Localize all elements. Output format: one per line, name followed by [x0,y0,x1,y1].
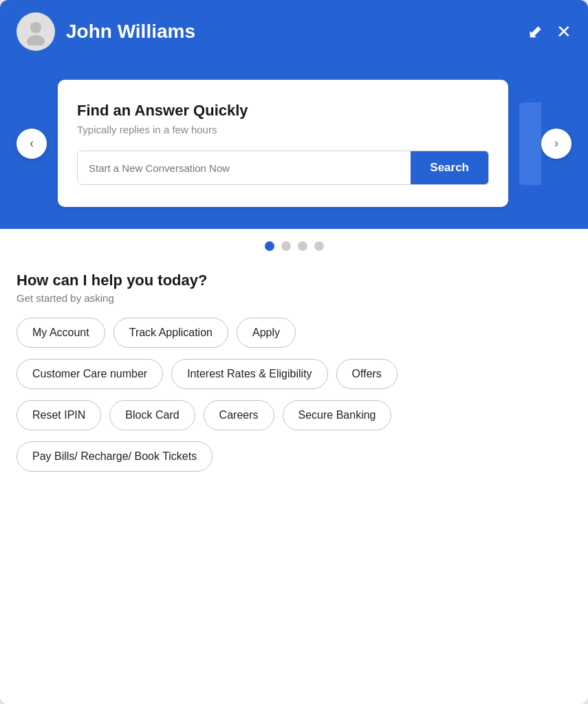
chip-apply[interactable]: Apply [237,318,296,348]
avatar [17,12,55,51]
chip-reset-ipin[interactable]: Reset IPIN [17,400,101,430]
dot-4[interactable] [314,241,324,251]
chip-offers[interactable]: Offers [336,359,398,389]
header-icons: ⬋ ✕ [527,23,571,41]
dot-2[interactable] [281,241,291,251]
help-section: How can I help you today? Get started by… [0,258,588,704]
card-title: Find an Answer Quickly [77,102,489,120]
chip-customer-care[interactable]: Customer Care number [17,359,163,389]
svg-point-1 [27,35,45,45]
chip-secure-banking[interactable]: Secure Banking [283,400,392,430]
help-title: How can I help you today? [17,272,571,289]
search-row: Search [77,151,489,185]
chips-row-3: Reset IPIN Block Card Careers Secure Ban… [17,400,571,430]
dots-row [0,229,588,258]
chevron-right-icon: › [554,136,558,151]
dot-3[interactable] [298,241,307,251]
banner-area: ‹ Find an Answer Quickly Typically repli… [0,63,588,229]
chevron-left-icon: ‹ [30,136,34,151]
dot-1[interactable] [265,241,274,251]
chip-block-card[interactable]: Block Card [109,400,195,430]
conversation-input[interactable] [78,151,411,184]
header-left: John Williams [17,12,195,51]
carousel-prev-button[interactable]: ‹ [17,129,47,159]
search-button[interactable]: Search [411,151,488,184]
chips-row-1: My Account Track Application Apply [17,318,571,348]
close-button[interactable]: ✕ [556,23,571,41]
chips-row-2: Customer Care number Interest Rates & El… [17,359,571,389]
header: John Williams ⬋ ✕ [0,0,588,63]
chip-my-account[interactable]: My Account [17,318,105,348]
minimize-button[interactable]: ⬋ [527,23,543,41]
chip-careers[interactable]: Careers [204,400,274,430]
chat-widget: John Williams ⬋ ✕ ‹ Find an Answer Quick… [0,0,588,704]
card-subtitle: Typically replies in a few hours [77,124,489,135]
user-name: John Williams [66,21,195,43]
chip-track-application[interactable]: Track Application [113,318,228,348]
help-subtitle: Get started by asking [17,292,571,304]
chips-row-4: Pay Bills/ Recharge/ Book Tickets [17,441,571,472]
chip-pay-bills[interactable]: Pay Bills/ Recharge/ Book Tickets [17,441,213,472]
peek-card [519,102,541,185]
carousel-card: Find an Answer Quickly Typically replies… [58,80,508,207]
carousel-next-button[interactable]: › [541,129,571,159]
chip-interest-rates[interactable]: Interest Rates & Eligibility [171,359,327,389]
svg-point-0 [30,22,41,33]
